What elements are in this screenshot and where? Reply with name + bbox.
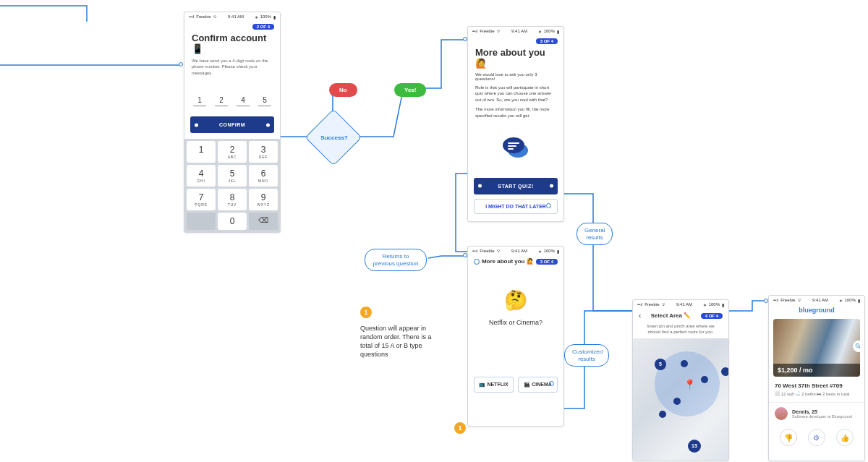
status-time: 9:41 AM [228,14,244,19]
battery: 100% [544,29,555,33]
status-time: 9:41 AM [676,302,692,307]
code-input[interactable]: 1 2 4 5 [184,96,280,106]
map-pin-e[interactable] [721,367,729,376]
digit-1[interactable]: 1 [193,96,206,106]
page-title: More about you 🙋 [475,47,556,69]
map-pin-c[interactable] [673,398,681,405]
battery-icon: ▮ [557,29,559,34]
key-2[interactable]: 2ABC [218,141,247,163]
host-role: Software developer at Blueground [792,414,852,419]
confirm-button[interactable]: CONFIRM [190,116,274,133]
digit-3[interactable]: 4 [237,96,250,106]
start-quiz-button[interactable]: START QUIZ! [474,178,558,194]
status-bar: ••ılFreebieᯤ 9:41 AM ∗100%▮ [184,12,280,21]
quiz-emoji: 🤔 [468,268,563,319]
svg-rect-3 [508,145,516,147]
listing-specs: ⬜ 12 sqft 🛁 2 baths 🛏 2 beds in total [775,391,859,396]
bt-icon: ∗ [538,249,542,254]
key-4[interactable]: 4GHI [187,165,216,187]
battery-icon: ▮ [557,249,559,254]
battery: 100% [544,249,555,253]
step-indicator: 4 OF 4 [701,313,723,319]
phone-listing: ••ılFreebieᯤ 9:41 AM ∗100%▮ blueground 🔍… [768,295,865,461]
bt-icon: ∗ [538,29,542,34]
digit-2[interactable]: 2 [215,96,228,106]
pill-yes: Yes! [394,83,426,97]
key-8[interactable]: 8TUV [218,189,247,210]
host-name: Dennis, 25 [792,409,852,414]
conn-dot [463,253,467,257]
location-icon[interactable]: 📍 [684,379,696,390]
quiz-title: More about you 🙋 [482,258,534,265]
numeric-keypad: 1 2ABC 3DEF 4GHI 5JKL 6MNO 7PQRS 8TUV 9W… [184,139,280,232]
map-pin-a[interactable] [681,360,688,367]
conn-dot [463,37,467,41]
key-blank [187,213,216,230]
key-1[interactable]: 1 [187,141,216,163]
key-7[interactable]: 7PQRS [187,189,216,210]
note-text: Question will appear in random order. Th… [360,324,440,359]
conn-dot [179,62,183,67]
listing-address: 70 West 37th Street #709 [775,382,859,389]
about-line1: We would love to ask you only 3 question… [475,72,556,81]
back-chevron-icon[interactable]: ‹ [639,312,641,320]
option-cinema[interactable]: 🎬 CINEMA [518,377,558,393]
map-pin-5[interactable]: 5 [655,359,666,370]
battery-icon: ▮ [273,14,276,20]
map-canvas[interactable]: 5 📍 13 [633,338,728,461]
key-5[interactable]: 5JKL [218,165,247,187]
filter-button[interactable]: ⚙︎ [808,429,825,446]
wifi-icon: ᯤ [497,249,501,253]
carrier: Freebie [780,298,795,302]
avatar [775,407,788,420]
wifi-icon: ᯤ [662,302,666,307]
flow-connectors [0,0,868,462]
map-pin-13[interactable]: 13 [688,440,701,453]
status-time: 9:41 AM [812,298,828,302]
svg-rect-4 [508,148,514,150]
svg-rect-2 [508,142,519,144]
like-button[interactable]: 👍 [836,429,854,446]
battery: 100% [260,14,271,19]
digit-4[interactable]: 5 [258,96,271,106]
phone-confirm-account: ••ılFreebieᯤ 9:41 AM ∗100%▮ 2 OF 4 Confi… [184,12,281,233]
carrier: Freebie [196,14,210,19]
dislike-button[interactable]: 👎 [780,429,797,446]
key-backspace[interactable]: ⌫ [249,213,278,230]
flow-label-custom: Customized results [564,344,609,367]
option-netflix[interactable]: 📺 NETFLIX [474,377,514,393]
battery: 100% [845,298,856,302]
map-pin-b[interactable] [701,376,708,383]
status-bar: ••ılFreebieᯤ 9:41 AM ∗100%▮ [468,27,563,35]
status-bar: ••ılFreebieᯤ 9:41 AM ∗100%▮ [468,247,563,255]
signal-icon: ••ıl [773,298,778,302]
status-time: 9:41 AM [511,249,527,253]
price-badge: $1,200 / mo [773,364,860,377]
note-badge-quiz: 1 [454,422,466,434]
battery: 100% [709,302,720,307]
carrier: Freebie [644,302,659,307]
phone-quiz-question: ••ılFreebieᯤ 9:41 AM ∗100%▮ More about y… [467,246,564,427]
back-icon[interactable] [474,259,480,265]
wifi-icon: ᯤ [213,14,218,19]
carrier: Freebie [480,249,494,253]
bt-icon: ∗ [839,298,843,303]
wifi-icon: ᯤ [798,298,802,302]
key-6[interactable]: 6MNO [249,165,278,187]
status-time: 9:41 AM [511,29,527,33]
brand-title: blueground [769,304,864,316]
key-9[interactable]: 9WXYZ [249,189,278,210]
carrier: Freebie [480,29,494,33]
decision-success: Success? [305,108,362,166]
skip-button[interactable]: I MIGHT DO THAT LATER [474,199,558,214]
bt-icon: ∗ [255,14,258,20]
key-0[interactable]: 0 [218,213,247,230]
search-icon[interactable]: 🔍 [853,341,860,352]
subtitle: We have send you a 4-digit code on the p… [192,58,273,76]
step-indicator: 2 OF 4 [252,24,274,30]
wifi-icon: ᯤ [497,29,501,33]
key-3[interactable]: 3DEF [249,141,278,163]
signal-icon: ••ıl [472,29,477,33]
listing-photo[interactable]: 🔍 $1,200 / mo [773,319,860,377]
map-pin-d[interactable] [659,411,666,418]
